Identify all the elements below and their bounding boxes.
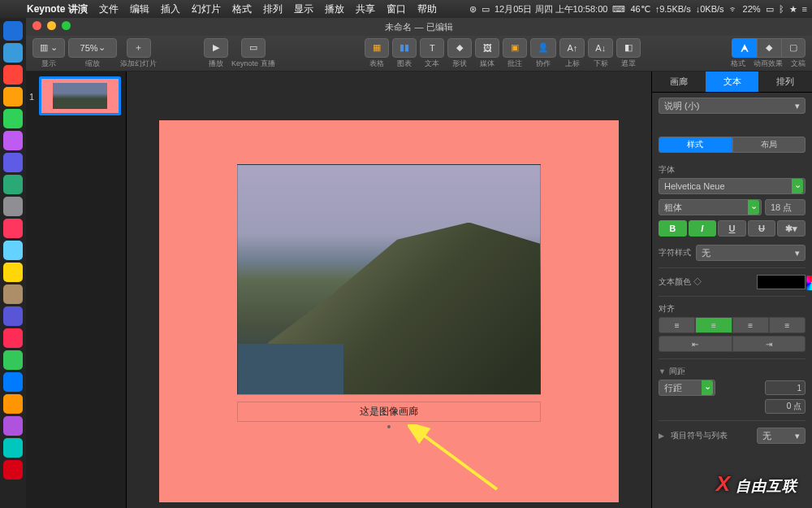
shape-button[interactable]: ◆ bbox=[447, 38, 472, 58]
menu-window[interactable]: 窗口 bbox=[381, 2, 412, 16]
window-maximize-button[interactable] bbox=[62, 21, 71, 30]
strike-button[interactable]: U bbox=[748, 220, 776, 237]
gallery-image[interactable] bbox=[237, 164, 541, 395]
dock-item[interactable] bbox=[3, 394, 23, 414]
indent-button[interactable]: ⇥ bbox=[732, 336, 806, 352]
media-button[interactable]: 🖼 bbox=[475, 38, 499, 58]
document-inspector-button[interactable]: ▢ bbox=[781, 38, 806, 58]
status-battery[interactable]: 22% bbox=[743, 4, 761, 14]
view-button[interactable]: ▥ ⌄ bbox=[32, 38, 65, 58]
menu-view[interactable]: 显示 bbox=[288, 2, 319, 16]
menu-insert[interactable]: 插入 bbox=[155, 2, 186, 16]
line-spacing-select[interactable]: 行距 bbox=[659, 380, 715, 396]
align-center-button[interactable]: ≡ bbox=[695, 317, 732, 333]
bold-button[interactable]: B bbox=[659, 220, 687, 237]
menu-format[interactable]: 格式 bbox=[227, 2, 257, 16]
dock-item[interactable] bbox=[3, 65, 23, 85]
dock-item[interactable] bbox=[3, 153, 23, 172]
add-slide-button[interactable]: ＋ bbox=[127, 38, 151, 58]
subtab-style[interactable]: 样式 bbox=[659, 137, 732, 153]
status-display-icon[interactable]: ▭ bbox=[482, 4, 490, 15]
dock-item[interactable] bbox=[3, 306, 23, 326]
dock-item[interactable] bbox=[3, 87, 23, 106]
dock-item[interactable] bbox=[3, 175, 23, 194]
menu-file[interactable]: 文件 bbox=[93, 2, 124, 16]
char-style-label: 字符样式 bbox=[659, 247, 691, 258]
status-date[interactable]: 12月05日 周四 上午10:58:00 bbox=[495, 3, 607, 15]
gallery-caption[interactable]: 这是图像画廊 bbox=[237, 402, 541, 422]
align-justify-button[interactable]: ≡ bbox=[769, 317, 806, 333]
format-inspector-button[interactable] bbox=[732, 38, 757, 58]
dock-item[interactable] bbox=[3, 21, 23, 41]
superscript-button[interactable]: A↑ bbox=[559, 38, 585, 58]
play-button[interactable]: ▶ bbox=[204, 38, 228, 58]
slide-thumbnail[interactable] bbox=[39, 76, 121, 115]
dock-item[interactable] bbox=[3, 438, 23, 458]
window-close-button[interactable] bbox=[32, 21, 41, 30]
status-keyboard-icon[interactable]: ⌨ bbox=[612, 4, 625, 15]
italic-button[interactable]: I bbox=[689, 220, 717, 237]
subtab-layout[interactable]: 布局 bbox=[732, 137, 806, 153]
text-button[interactable]: T bbox=[420, 38, 444, 58]
line-spacing-value[interactable]: 1 bbox=[765, 380, 806, 395]
dock-item[interactable] bbox=[3, 460, 23, 480]
dock-item[interactable] bbox=[3, 109, 23, 128]
slide-canvas[interactable]: 这是图像画廊 • bbox=[127, 72, 651, 508]
outdent-button[interactable]: ⇤ bbox=[659, 336, 732, 352]
bullets-select[interactable]: 无▾ bbox=[757, 428, 806, 444]
animate-inspector-button[interactable]: ◆ bbox=[757, 38, 781, 58]
dock-item[interactable] bbox=[3, 241, 23, 260]
menu-share[interactable]: 共享 bbox=[350, 2, 381, 16]
menu-slide[interactable]: 幻灯片 bbox=[186, 2, 227, 16]
status-bluetooth-icon[interactable]: ᛒ bbox=[779, 4, 784, 14]
dock-item[interactable] bbox=[3, 219, 23, 238]
align-right-button[interactable]: ≡ bbox=[732, 317, 769, 333]
window-minimize-button[interactable] bbox=[47, 21, 56, 30]
paragraph-style-select[interactable]: 说明 (小)▾ bbox=[659, 98, 806, 114]
char-style-select[interactable]: 无▾ bbox=[696, 245, 806, 261]
menu-play[interactable]: 播放 bbox=[319, 2, 350, 16]
slide[interactable]: 这是图像画廊 • bbox=[159, 120, 619, 502]
comment-button[interactable]: ▣ bbox=[503, 38, 527, 58]
text-options-button[interactable]: ✱▾ bbox=[777, 220, 806, 237]
keynote-live-button[interactable]: ▭ bbox=[241, 38, 266, 58]
window-titlebar: 未命名 — 已编辑 bbox=[26, 18, 812, 36]
dock-item[interactable] bbox=[3, 197, 23, 216]
para-before-value[interactable]: 0 点 bbox=[765, 399, 806, 414]
app-menu[interactable]: Keynote 讲演 bbox=[21, 2, 93, 16]
dock-item[interactable] bbox=[3, 131, 23, 150]
mask-button[interactable]: ◧ bbox=[616, 38, 641, 58]
tab-gallery[interactable]: 画廊 bbox=[652, 72, 706, 93]
collab-button[interactable]: 👤 bbox=[530, 38, 556, 58]
status-area: ⊛ ▭ 12月05日 周四 上午10:58:00 ⌨ 46℃ ↑9.5KB/s … bbox=[469, 3, 807, 15]
dock-item[interactable] bbox=[3, 263, 23, 282]
menu-edit[interactable]: 编辑 bbox=[124, 2, 155, 16]
status-wifi-icon[interactable]: ᯤ bbox=[729, 4, 738, 14]
subscript-button[interactable]: A↓ bbox=[588, 38, 613, 58]
align-left-button[interactable]: ≡ bbox=[659, 317, 695, 333]
font-size-field[interactable]: 18 点 bbox=[765, 199, 806, 215]
dock-item[interactable] bbox=[3, 372, 23, 392]
chart-button[interactable]: ▮▮ bbox=[392, 38, 417, 58]
status-battery-icon: ▭ bbox=[766, 4, 774, 15]
menu-arrange[interactable]: 排列 bbox=[257, 2, 288, 16]
dock-item[interactable] bbox=[3, 284, 23, 304]
underline-button[interactable]: U bbox=[718, 220, 746, 237]
menu-help[interactable]: 帮助 bbox=[412, 2, 443, 16]
status-vpn-icon[interactable]: ⊛ bbox=[469, 4, 477, 15]
zoom-button[interactable]: 75% ⌄ bbox=[68, 38, 117, 58]
dock-item[interactable] bbox=[3, 43, 23, 63]
tab-arrange[interactable]: 排列 bbox=[758, 72, 812, 93]
status-menu-icon[interactable]: ≡ bbox=[802, 4, 807, 14]
dock-item[interactable] bbox=[3, 350, 23, 370]
table-button[interactable]: ▦ bbox=[365, 38, 389, 58]
tab-text[interactable]: 文本 bbox=[706, 72, 759, 93]
dock-item[interactable] bbox=[3, 328, 23, 348]
text-color-swatch[interactable] bbox=[757, 275, 806, 289]
font-weight-select[interactable]: 粗体 bbox=[659, 199, 762, 215]
dock-item[interactable] bbox=[3, 416, 23, 436]
format-inspector: 画廊 文本 排列 说明 (小)▾ 样式 布局 字体 bbox=[651, 72, 812, 508]
status-star-icon[interactable]: ★ bbox=[789, 4, 797, 15]
font-family-select[interactable]: Helvetica Neue bbox=[659, 178, 806, 194]
keynote-window: 未命名 — 已编辑 ▥ ⌄ 显示 75% ⌄ 缩放 ＋ 添加幻灯片 ▶ 播放 ▭… bbox=[26, 18, 812, 508]
